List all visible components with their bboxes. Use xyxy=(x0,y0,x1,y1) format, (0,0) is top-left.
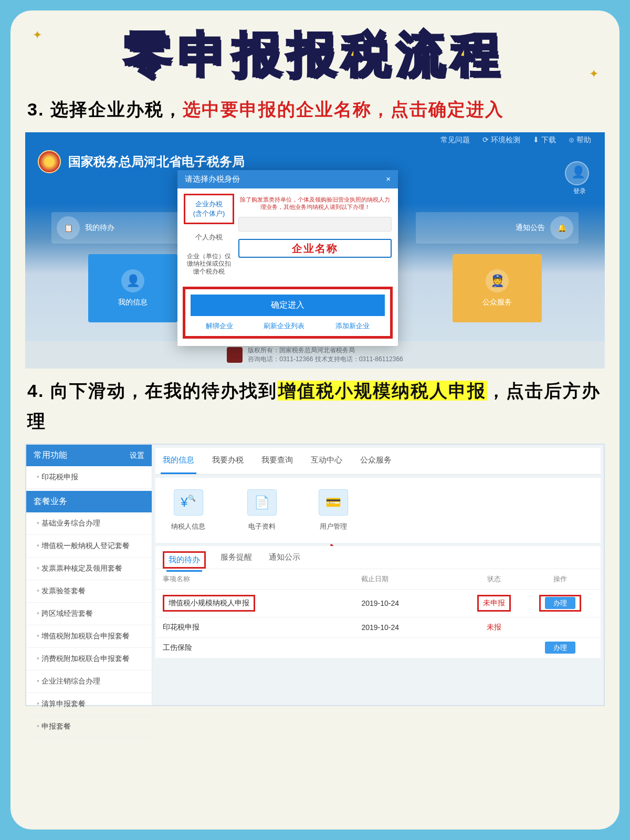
tab-handle[interactable]: 我要办税 xyxy=(210,448,246,474)
panel-tabs: 我的待办 服务提醒 通知公示 xyxy=(155,546,601,569)
tile-myinfo[interactable]: 👤 我的信息 xyxy=(88,254,177,322)
tab-unit[interactable]: 企业（单位）仅缴纳社保或仅扣缴个税办税 xyxy=(184,250,234,277)
row-name: 印花税申报 xyxy=(163,623,361,632)
step4-num: 4. xyxy=(27,381,44,401)
sidebar-head-package[interactable]: 套餐业务 xyxy=(26,491,152,512)
step4-text: 4. 向下滑动，在我的待办找到增值税小规模纳税人申报，点击后方办理 xyxy=(27,376,603,437)
modal-tabs: 企业办税 (含个体户) 个人办税 企业（单位）仅缴纳社保或仅扣缴个税办税 xyxy=(184,194,234,277)
topbar-link-faq[interactable]: 常见问题 xyxy=(440,135,470,145)
modal-note: 除了购发票类持单位，个体及领购验旧营业执照的纳税人力理业务，其他业务均纳税人请到… xyxy=(238,194,392,217)
add-enterprise-link[interactable]: 添加新企业 xyxy=(335,321,370,331)
sidebar-item[interactable]: 企业注销综合办理 xyxy=(26,670,152,693)
th-name: 事项名称 xyxy=(163,574,361,584)
table-row: 工伤保险 办理 xyxy=(155,638,601,658)
company-name-field[interactable]: 企业名称 xyxy=(238,239,392,258)
main-area: 我的信息 我要办税 我要查询 互动中心 公众服务 ¥🔍 纳税人信息 📄 电子资料… xyxy=(152,445,604,705)
sidebar-item[interactable]: 增值税附加税联合申报套餐 xyxy=(26,625,152,648)
avatar-icon[interactable] xyxy=(565,161,589,185)
step3-text: 3. 选择企业办税，选中要申报的企业名称，点击确定进入 xyxy=(27,94,603,125)
tab-myinfo[interactable]: 我的信息 xyxy=(161,448,196,474)
settings-label[interactable]: 设置 xyxy=(130,451,144,460)
iconbox-taxpayer[interactable]: ¥🔍 纳税人信息 xyxy=(171,489,205,531)
sidebar-head-common[interactable]: 常用功能 设置 xyxy=(26,445,152,466)
step3-part2: 选中要申报的企业名称，点击确定进入 xyxy=(183,99,504,119)
iconbox-label: 用户管理 xyxy=(319,522,348,531)
topbar-link-help[interactable]: ⊙ 帮助 xyxy=(569,135,591,145)
iconbox-label: 电子资料 xyxy=(247,522,277,531)
handle-button[interactable]: 办理 xyxy=(545,642,575,654)
main-title: 零申报报税流程 xyxy=(25,22,605,87)
modal-header: 请选择办税身份 × xyxy=(177,170,398,188)
sidebar-item[interactable]: 发票验签套餐 xyxy=(26,580,152,603)
sidebar: 常用功能 设置 印花税申报 套餐业务 基础业务综合办理 增值税一般纳税人登记套餐… xyxy=(26,445,152,705)
step4-highlight: 增值税小规模纳税人申报 xyxy=(277,381,487,401)
blurred-field[interactable] xyxy=(238,217,392,232)
sidebar-item[interactable]: 清算申报套餐 xyxy=(26,693,152,716)
th-status: 状态 xyxy=(461,574,527,584)
row-date: 2019-10-24 xyxy=(361,599,460,607)
row-op-highlight: 办理 xyxy=(539,595,581,612)
avatar-label: 登录 xyxy=(573,187,586,196)
sidebar-item[interactable]: 申报套餐 xyxy=(26,716,152,738)
modal-footer-highlight: 确定进入 解绑企业 刷新企业列表 添加新企业 xyxy=(183,287,393,339)
tab-enterprise[interactable]: 企业办税 (含个体户) xyxy=(184,194,234,224)
panel-tab-service[interactable]: 服务提醒 xyxy=(218,546,254,569)
row-name-highlight: 增值税小规模纳税人申报 xyxy=(163,595,255,612)
step4-part1: 向下滑动，在我的待办找到 xyxy=(50,381,277,401)
sparkle-icon: ✦ xyxy=(33,28,42,42)
panel-tab-todo[interactable]: 我的待办 xyxy=(166,549,202,572)
tile-public-label: 公众服务 xyxy=(482,298,512,307)
th-date: 截止日期 xyxy=(361,574,460,584)
footer-copyright: 版权所有：国家税务总局河北省税务局 xyxy=(248,346,403,355)
close-icon[interactable]: × xyxy=(386,174,391,184)
tab-personal[interactable]: 个人办税 xyxy=(184,229,234,245)
topbar-link-envcheck[interactable]: ⟳ 环境检测 xyxy=(482,135,520,145)
screenshot-a: 常见问题 ⟳ 环境检测 ⬇ 下载 ⊙ 帮助 国家税务总局河北省电子税务局 登录 … xyxy=(25,132,605,369)
person-icon: 👤 xyxy=(121,269,144,292)
identity-modal: 请选择办税身份 × 企业办税 (含个体户) 个人办税 企业（单位）仅缴纳社保或仅… xyxy=(177,170,398,346)
seg-left-label: 我的待办 xyxy=(85,223,114,233)
table-head: 事项名称 截止日期 状态 操作 xyxy=(155,569,601,590)
panel-tab-todo-highlight: 我的待办 xyxy=(163,551,206,569)
screenshot-b: 常用功能 设置 印花税申报 套餐业务 基础业务综合办理 增值税一般纳税人登记套餐… xyxy=(25,444,605,706)
seg-right-label: 通知公告 xyxy=(516,223,545,233)
row-status: 未报 xyxy=(461,623,527,632)
sidebar-head-label: 常用功能 xyxy=(34,450,67,461)
row-status-highlight: 未申报 xyxy=(477,595,511,612)
table-row: 印花税申报 2019-10-24 未报 xyxy=(155,617,601,638)
iconbox-user[interactable]: 💳 用户管理 xyxy=(319,489,348,531)
topbar: 常见问题 ⟳ 环境检测 ⬇ 下载 ⊙ 帮助 xyxy=(25,132,605,148)
user-manage-icon: 💳 xyxy=(319,489,348,516)
row-name: 工伤保险 xyxy=(163,643,361,653)
tile-myinfo-label: 我的信息 xyxy=(118,298,148,307)
step3-num: 3. xyxy=(27,99,44,119)
tab-interact[interactable]: 互动中心 xyxy=(309,448,344,474)
tab-public[interactable]: 公众服务 xyxy=(358,448,394,474)
emblem-icon xyxy=(38,150,61,173)
sidebar-item[interactable]: 发票票种核定及领用套餐 xyxy=(26,558,152,580)
sidebar-item[interactable]: 消费税附加税联合申报套餐 xyxy=(26,648,152,670)
iconbox-label: 纳税人信息 xyxy=(171,522,205,531)
unbind-link[interactable]: 解绑企业 xyxy=(206,321,233,331)
sparkle-icon: ✦ xyxy=(589,67,598,81)
handle-button[interactable]: 办理 xyxy=(545,597,575,609)
sidebar-item[interactable]: 增值税一般纳税人登记套餐 xyxy=(26,535,152,558)
todo-panel: 我的待办 服务提醒 通知公示 事项名称 截止日期 状态 操作 增值税小规模纳税人… xyxy=(155,546,601,658)
sidebar-item[interactable]: 基础业务综合办理 xyxy=(26,512,152,535)
bell-icon: 🔔 xyxy=(550,216,573,239)
tab-query[interactable]: 我要查询 xyxy=(259,448,295,474)
document-icon: 📄 xyxy=(247,489,277,516)
sidebar-head2-label: 套餐业务 xyxy=(34,496,67,507)
sidebar-item-stamp[interactable]: 印花税申报 xyxy=(26,466,152,489)
sidebar-item[interactable]: 跨区域经营套餐 xyxy=(26,603,152,625)
tile-public[interactable]: 👮 公众服务 xyxy=(453,254,542,322)
page-card: ✦ ✦ 零申报报税流程 3. 选择企业办税，选中要申报的企业名称，点击确定进入 … xyxy=(10,10,620,830)
refresh-link[interactable]: 刷新企业列表 xyxy=(264,321,304,331)
seg-right[interactable]: 通知公告 🔔 xyxy=(416,212,579,244)
topbar-link-download[interactable]: ⬇ 下载 xyxy=(533,135,556,145)
iconbox-edoc[interactable]: 📄 电子资料 xyxy=(247,489,277,531)
confirm-enter-button[interactable]: 确定进入 xyxy=(191,295,385,316)
row-date: 2019-10-24 xyxy=(361,623,460,632)
modal-title: 请选择办税身份 xyxy=(185,174,240,184)
panel-tab-notice[interactable]: 通知公示 xyxy=(267,546,302,569)
